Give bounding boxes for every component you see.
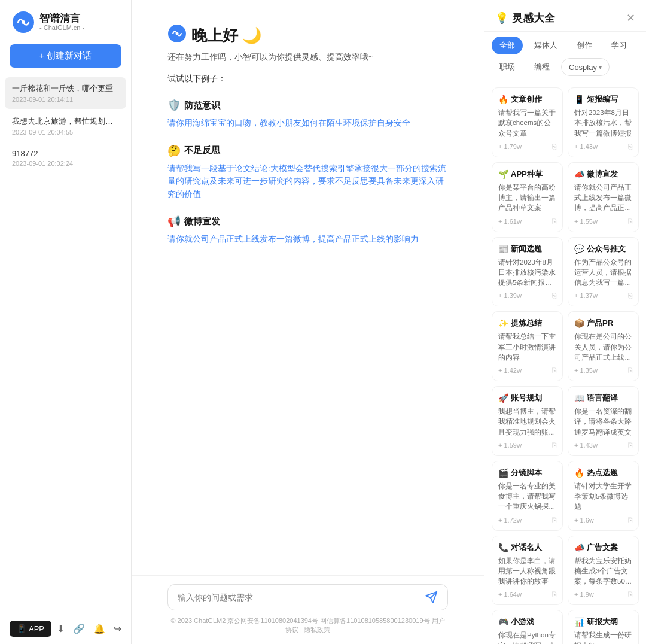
footer-copyright: © 2023 ChatGLM2 京公网安备11010802041394号 网信算…: [167, 616, 448, 634]
example-header: 🛡️ 防范意识: [167, 99, 448, 112]
example-link[interactable]: 请你用海绵宝宝的口吻，教教小朋友如何在陌生环境保护自身安全: [167, 117, 448, 130]
download-icon[interactable]: ⬇: [57, 623, 65, 634]
greeting-subtitle: 还在努力工作吗，小智可以为你提供灵感、提高效率哦~: [167, 52, 448, 63]
example-icon: 📢: [167, 215, 181, 228]
card-icon: 📰: [498, 244, 508, 254]
card-title: 📱 短报编写: [574, 94, 632, 105]
copy-icon[interactable]: ⎘: [628, 441, 632, 449]
card-footer: + 1.35w ⎘: [574, 366, 632, 375]
card-title: 📰 新闻选题: [498, 244, 556, 254]
card-footer: + 1.6w ⎘: [574, 516, 632, 524]
copy-icon[interactable]: ⎘: [628, 590, 632, 599]
card-title: 📞 对话名人: [498, 542, 556, 553]
card-description: 你是一名专业的美食博主，请帮我写一个重庆火锅探店的短视频脚本。: [498, 481, 556, 512]
inspiration-card[interactable]: 🌱 APP种草 你是某平台的高粉博主，请输出一篇产品种草文案 + 1.61w ⎘: [492, 162, 563, 232]
app-button[interactable]: 📱 APP: [10, 621, 51, 637]
inspiration-card[interactable]: 📦 产品PR 你现在是公司的公关人员，请你为公司产品正式上线写一篇公关稿，扩大事…: [568, 311, 639, 381]
tab-item-职场[interactable]: 职场: [492, 58, 523, 76]
svg-point-1: [22, 20, 25, 24]
card-title-text: 公众号推文: [587, 244, 626, 254]
history-item[interactable]: 一斤棉花和一斤铁，哪个更重2023-09-01 20:14:11: [5, 77, 126, 109]
tab-item-编程[interactable]: 编程: [526, 58, 557, 76]
chat-input-box: [167, 584, 448, 610]
history-item[interactable]: 9187722023-09-01 20:02:24: [5, 143, 126, 173]
card-title-text: 对话名人: [511, 542, 542, 553]
card-footer: + 1.43w ⎘: [574, 441, 632, 449]
card-description: 你现在是Python专家，请帮我写一个贪吃蛇...: [498, 630, 556, 644]
panel-title: 💡 灵感大全: [495, 11, 555, 25]
card-icon: 📖: [574, 393, 584, 403]
copy-icon[interactable]: ⎘: [628, 217, 632, 226]
inspiration-card[interactable]: 📱 短报编写 针对2023年8月日本排放核污水，帮我写一篇微博短报 + 1.43…: [568, 87, 639, 157]
link-icon[interactable]: 🔗: [73, 623, 85, 634]
card-title: 🌱 APP种草: [498, 169, 556, 180]
logo-text: 智谱清言 - ChatGLM.cn -: [39, 13, 84, 32]
card-title: 📣 微博宣发: [574, 169, 632, 180]
inspiration-card[interactable]: 📣 广告文案 帮我为宝乐安托奶糖生成3个广告文案，每条字数50字以内 + 1.9…: [568, 536, 639, 606]
copy-icon[interactable]: ⎘: [628, 366, 632, 375]
card-footer: + 1.42w ⎘: [498, 366, 556, 375]
copy-icon[interactable]: ⎘: [552, 516, 556, 524]
tab-item-cosplay[interactable]: Cosplay▾: [561, 58, 610, 76]
card-description: 你是一名资深的翻译，请将各条大路通罗马翻译成英文: [574, 406, 632, 438]
chat-input[interactable]: [178, 593, 420, 602]
copy-icon[interactable]: ⎘: [552, 217, 556, 226]
inspiration-card[interactable]: 🚀 账号规划 我想当博主，请帮我精准地规划会火且变现力强的账号内容 + 1.59…: [492, 386, 563, 456]
copy-icon[interactable]: ⎘: [628, 516, 632, 524]
tab-item-媒体人[interactable]: 媒体人: [526, 37, 565, 54]
card-description: 请帮我生成一份研报大纲...: [574, 630, 632, 644]
card-description: 请帮我总结一下雷军三小时激情演讲的内容: [498, 332, 556, 363]
card-title-text: 新闻选题: [511, 244, 542, 254]
examples-container: 🛡️ 防范意识 请你用海绵宝宝的口吻，教教小朋友如何在陌生环境保护自身安全 🤔 …: [167, 99, 448, 246]
inspiration-card[interactable]: 🎬 分镜脚本 你是一名专业的美食博主，请帮我写一个重庆火锅探店的短视频脚本。 +…: [492, 461, 563, 531]
card-title: 🔥 热点选题: [574, 467, 632, 478]
cards-grid: 🔥 文章创作 请帮我写一篇关于默哀cheems的公众号文章 + 1.79w ⎘ …: [484, 81, 646, 644]
card-description: 请针对2023年8月日本排放核污染水提供5条新闻报道选题: [498, 257, 556, 288]
inspiration-card[interactable]: 📞 对话名人 如果你是李白，请用第一人称视角跟我讲讲你的故事 + 1.64w ⎘: [492, 536, 563, 606]
tab-item-全部[interactable]: 全部: [492, 37, 523, 54]
inspiration-card[interactable]: 🔥 热点选题 请针对大学生开学季策划5条微博选题 + 1.6w ⎘: [568, 461, 639, 531]
new-chat-button[interactable]: + 创建新对话: [10, 44, 121, 68]
tab-bar: 全部媒体人创作学习职场编程Cosplay▾: [484, 32, 646, 81]
send-button[interactable]: [425, 591, 438, 604]
history-item[interactable]: 我想去北京旅游，帮忙规划一个三天的...2023-09-01 20:04:55: [5, 110, 126, 142]
app-icon: 📱: [17, 624, 26, 633]
chat-body: 晚上好 🌙 还在努力工作吗，小智可以为你提供灵感、提高效率哦~ 试试以下例子： …: [132, 0, 484, 575]
card-icon: ✨: [498, 318, 508, 328]
logout-icon[interactable]: ↪: [114, 623, 121, 634]
logo-icon: [12, 11, 35, 34]
inspiration-panel: 💡 灵感大全 ✕ 全部媒体人创作学习职场编程Cosplay▾ 🔥 文章创作 请帮…: [484, 0, 646, 644]
card-count: + 1.72w: [498, 517, 522, 524]
copy-icon[interactable]: ⎘: [552, 142, 556, 151]
tab-item-学习[interactable]: 学习: [604, 37, 635, 54]
inspiration-card[interactable]: 📖 语言翻译 你是一名资深的翻译，请将各条大路通罗马翻译成英文 + 1.43w …: [568, 386, 639, 456]
card-icon: 🌱: [498, 169, 508, 179]
inspiration-card[interactable]: 🎮 小游戏 你现在是Python专家，请帮我写一个贪吃蛇... + 1.8w ⎘: [492, 610, 563, 644]
card-title-text: 微博宣发: [587, 169, 618, 180]
inspiration-card[interactable]: 💬 公众号推文 作为产品公众号的运营人员，请根据信息为我写一篇公众号文章。 + …: [568, 237, 639, 307]
new-chat-label: + 创建新对话: [39, 50, 92, 62]
card-count: + 1.35w: [574, 367, 598, 374]
copy-icon[interactable]: ⎘: [552, 291, 556, 300]
copy-icon[interactable]: ⎘: [628, 291, 632, 300]
card-footer: + 1.61w ⎘: [498, 217, 556, 226]
inspiration-card[interactable]: 📊 研报大纲 请帮我生成一份研报大纲... + 1.2w ⎘: [568, 610, 639, 644]
tab-item-创作[interactable]: 创作: [569, 37, 600, 54]
card-title: 🚀 账号规划: [498, 393, 556, 403]
inspiration-card[interactable]: 📰 新闻选题 请针对2023年8月日本排放核污染水提供5条新闻报道选题 + 1.…: [492, 237, 563, 307]
copy-icon[interactable]: ⎘: [628, 142, 632, 151]
card-icon: 📣: [574, 169, 584, 179]
bell-icon[interactable]: 🔔: [93, 623, 105, 634]
card-title: 📣 广告文案: [574, 542, 632, 553]
inspiration-card[interactable]: 📣 微博宣发 请你就公司产品正式上线发布一篇微博，提高产品正式上线的影响力 + …: [568, 162, 639, 232]
example-link[interactable]: 请你就公司产品正式上线发布一篇微博，提高产品正式上线的影响力: [167, 233, 448, 246]
copy-icon[interactable]: ⎘: [552, 366, 556, 375]
copy-icon[interactable]: ⎘: [552, 441, 556, 449]
inspiration-card[interactable]: 🔥 文章创作 请帮我写一篇关于默哀cheems的公众号文章 + 1.79w ⎘: [492, 87, 563, 157]
example-header: 🤔 不足反思: [167, 144, 448, 157]
inspiration-card[interactable]: ✨ 提炼总结 请帮我总结一下雷军三小时激情演讲的内容 + 1.42w ⎘: [492, 311, 563, 381]
example-link[interactable]: 请帮我写一段基于论文结论:大模型会替代搜索引擎承接很大一部分的搜索流量的研究点及…: [167, 162, 448, 201]
close-panel-button[interactable]: ✕: [626, 13, 635, 23]
copy-icon[interactable]: ⎘: [552, 590, 556, 599]
card-count: + 1.43w: [574, 143, 598, 150]
